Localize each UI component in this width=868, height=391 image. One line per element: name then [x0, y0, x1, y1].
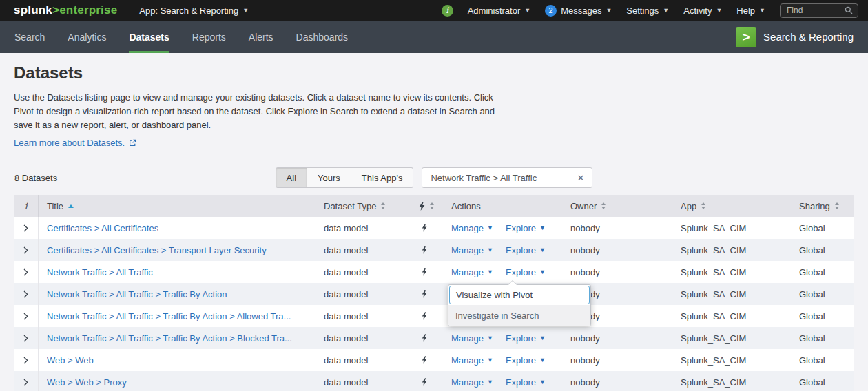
- column-header-dataset-type[interactable]: Dataset Type: [317, 195, 412, 217]
- acceleration-cell: [412, 378, 444, 386]
- column-header-title-label: Title: [47, 201, 63, 211]
- dataset-title-link[interactable]: Network Traffic > All Traffic > Traffic …: [47, 311, 291, 321]
- sharing-cell: Global: [789, 245, 854, 255]
- chevron-down-icon: ▼: [539, 379, 546, 385]
- expand-chevron-icon[interactable]: [14, 305, 38, 327]
- search-icon: [845, 6, 853, 14]
- app-cell: Splunk_SA_CIM: [674, 311, 789, 321]
- activity-menu[interactable]: Activity ▼: [683, 6, 722, 16]
- owner-cell: nobody: [560, 333, 674, 344]
- info-icon[interactable]: i: [442, 5, 453, 17]
- dataset-title-link[interactable]: Network Traffic > All Traffic > Traffic …: [47, 289, 227, 299]
- owner-value: nobody: [570, 267, 600, 277]
- chevron-down-icon: ▼: [487, 247, 493, 253]
- owner-cell: nobody: [560, 355, 674, 366]
- explore-dropdown-link[interactable]: Explore ▼: [506, 223, 546, 233]
- column-header-app[interactable]: App: [674, 195, 789, 217]
- row-expander-cell: [14, 283, 39, 305]
- menu-item-visualize-with-pivot[interactable]: Visualize with Pivot: [449, 286, 590, 304]
- tab-datasets[interactable]: Datasets: [129, 21, 169, 53]
- table-row: Network Traffic > All Traffic > Traffic …: [14, 305, 854, 327]
- chevron-down-icon: ▼: [539, 269, 546, 275]
- manage-link-label: Manage: [451, 267, 484, 277]
- dataset-title-link[interactable]: Certificates > All Certificates > Transp…: [47, 245, 267, 255]
- manage-dropdown-link[interactable]: Manage ▼: [451, 223, 493, 233]
- user-menu-label: Administrator: [468, 6, 521, 16]
- user-menu[interactable]: Administrator ▼: [468, 6, 531, 16]
- expand-chevron-icon[interactable]: [14, 283, 38, 305]
- app-value: Splunk_SA_CIM: [681, 333, 746, 344]
- acceleration-cell: [412, 224, 444, 232]
- dataset-type-value: data model: [324, 267, 368, 277]
- column-header-sharing[interactable]: Sharing: [789, 195, 854, 217]
- manage-dropdown-link[interactable]: Manage ▼: [451, 333, 493, 344]
- sharing-value: Global: [799, 355, 825, 366]
- messages-menu[interactable]: 2 Messages ▼: [545, 5, 612, 17]
- chevron-down-icon: ▼: [716, 8, 722, 14]
- dataset-title-link[interactable]: Network Traffic > All Traffic: [47, 267, 153, 277]
- tab-analytics[interactable]: Analytics: [68, 21, 106, 53]
- explore-dropdown-link[interactable]: Explore ▼: [506, 355, 546, 366]
- expand-chevron-icon[interactable]: [14, 327, 38, 349]
- app-badge[interactable]: > Search & Reporting: [736, 27, 854, 47]
- expand-chevron-icon[interactable]: [14, 217, 38, 239]
- tab-search[interactable]: Search: [14, 21, 45, 53]
- dataset-title-link[interactable]: Web > Web: [47, 355, 94, 366]
- tab-reports[interactable]: Reports: [192, 21, 226, 53]
- dataset-count-label: 8 Datasets: [14, 173, 57, 183]
- filter-button-this-apps[interactable]: This App's: [351, 167, 414, 188]
- title-cell: Network Traffic > All Traffic > Traffic …: [39, 289, 317, 299]
- explore-dropdown-link[interactable]: Explore ▼: [506, 245, 546, 255]
- owner-cell: nobody: [560, 377, 674, 388]
- column-header-info[interactable]: i: [14, 195, 39, 217]
- expand-chevron-icon[interactable]: [14, 239, 38, 261]
- owner-value: nobody: [570, 377, 600, 388]
- explore-dropdown-link[interactable]: Explore ▼: [506, 333, 546, 344]
- row-expander-cell: [14, 305, 39, 327]
- expand-chevron-icon[interactable]: [14, 349, 38, 371]
- find-search-box[interactable]: [780, 3, 858, 18]
- manage-dropdown-link[interactable]: Manage ▼: [451, 377, 493, 388]
- expand-chevron-icon[interactable]: [14, 371, 38, 391]
- settings-menu[interactable]: Settings ▼: [626, 6, 669, 16]
- chevron-down-icon: ▼: [539, 247, 546, 253]
- dataset-type-cell: data model: [317, 355, 412, 366]
- row-expander-cell: [14, 261, 39, 283]
- explore-dropdown-link[interactable]: Explore ▼: [506, 377, 546, 388]
- expand-chevron-icon[interactable]: [14, 261, 38, 283]
- lightning-bolt-icon: [419, 202, 425, 211]
- chevron-down-icon: ▼: [242, 8, 249, 14]
- manage-dropdown-link[interactable]: Manage ▼: [451, 267, 493, 277]
- app-context-menu[interactable]: App: Search & Reporting ▼: [139, 6, 249, 16]
- dataset-title-link[interactable]: Network Traffic > All Traffic > Traffic …: [47, 333, 292, 344]
- dataset-type-value: data model: [324, 311, 368, 321]
- dataset-title-link[interactable]: Web > Web > Proxy: [47, 377, 127, 388]
- tab-alerts[interactable]: Alerts: [249, 21, 273, 53]
- tab-dashboards[interactable]: Dashboards: [296, 21, 349, 53]
- filter-button-yours[interactable]: Yours: [307, 167, 351, 188]
- external-link-icon: [129, 139, 136, 147]
- clear-filter-icon[interactable]: ✕: [577, 173, 586, 183]
- dataset-title-link[interactable]: Certificates > All Certificates: [47, 223, 158, 233]
- find-input[interactable]: [785, 5, 842, 16]
- manage-dropdown-link[interactable]: Manage ▼: [451, 245, 493, 255]
- manage-dropdown-link[interactable]: Manage ▼: [451, 355, 493, 366]
- splunk-logo[interactable]: splunk>enterprise: [14, 3, 117, 17]
- search-reporting-app-icon: >: [736, 27, 756, 47]
- menu-item-investigate-in-search[interactable]: Investigate in Search: [448, 305, 590, 326]
- explore-link-label: Explore: [506, 267, 536, 277]
- column-header-owner[interactable]: Owner: [560, 195, 674, 217]
- column-header-title[interactable]: Title: [39, 195, 317, 217]
- chevron-down-icon: ▼: [663, 8, 669, 14]
- dataset-filter-input[interactable]: [429, 172, 576, 184]
- explore-dropdown-link[interactable]: Explore ▼: [506, 267, 546, 277]
- dataset-type-value: data model: [324, 223, 368, 233]
- manage-link-label: Manage: [451, 245, 484, 255]
- app-cell: Splunk_SA_CIM: [674, 223, 789, 233]
- help-menu[interactable]: Help ▼: [736, 6, 765, 16]
- column-header-acceleration[interactable]: [412, 195, 444, 217]
- filter-button-all[interactable]: All: [276, 167, 307, 188]
- learn-more-link[interactable]: Learn more about Datasets.: [14, 138, 136, 148]
- actions-cell: Manage ▼ Explore ▼: [444, 267, 560, 277]
- app-cell: Splunk_SA_CIM: [674, 245, 789, 255]
